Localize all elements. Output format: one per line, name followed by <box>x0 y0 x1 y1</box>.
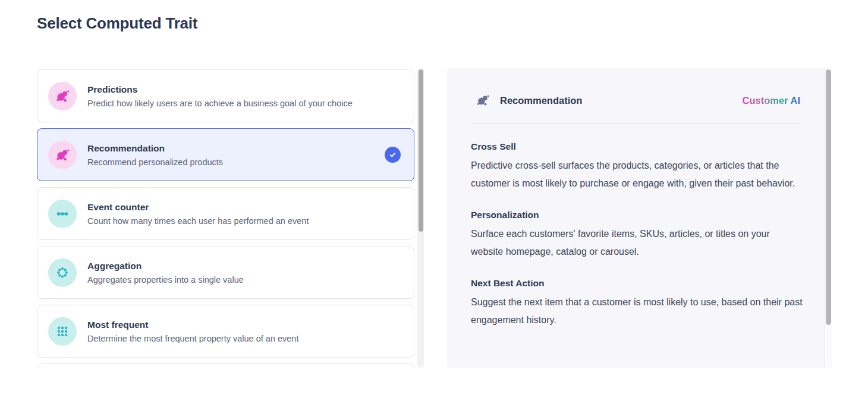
dot-ring-icon <box>48 258 77 287</box>
trait-card-description: Recommend personalized products <box>87 157 223 167</box>
selected-check-icon <box>385 147 401 163</box>
ml-cluster-icon <box>476 93 490 108</box>
panel-scrollbar-thumb[interactable] <box>826 69 831 325</box>
section-next-best-action: Next Best Action Suggest the next item t… <box>471 278 804 329</box>
page-title: Select Computed Trait <box>37 14 197 33</box>
trait-card-description: Aggregates properties into a single valu… <box>87 275 244 285</box>
trait-card-recommendation[interactable]: Recommendation Recommend personalized pr… <box>37 128 414 181</box>
trait-list: Predictions Predict how likely users are… <box>37 68 424 368</box>
section-body: Surface each customers' favorite items, … <box>471 225 804 261</box>
trait-card-title: Event counter <box>87 202 309 213</box>
section-personalization: Personalization Surface each customers' … <box>471 210 804 261</box>
trait-card-title: Recommendation <box>87 143 223 154</box>
section-cross-sell: Cross Sell Predictive cross-sell surface… <box>471 141 804 192</box>
detail-panel-title: Recommendation <box>500 95 582 106</box>
trait-card-predictions[interactable]: Predictions Predict how likely users are… <box>37 69 414 122</box>
detail-panel: Recommendation Customer AI Cross Sell Pr… <box>447 68 832 368</box>
section-heading: Cross Sell <box>471 141 804 152</box>
divider <box>471 124 800 124</box>
trait-card-description: Predict how likely users are to achieve … <box>87 99 353 108</box>
trait-card-description: Count how many times each user has perfo… <box>87 216 309 226</box>
section-heading: Next Best Action <box>471 278 804 289</box>
trait-card-aggregation[interactable]: Aggregation Aggregates properties into a… <box>37 246 414 299</box>
panel-scrollbar[interactable] <box>824 68 832 368</box>
dots-line-icon <box>48 200 77 228</box>
trait-card-title: Most frequent <box>87 320 298 330</box>
trait-card-partial[interactable] <box>37 364 414 368</box>
list-scrollbar[interactable] <box>417 68 424 368</box>
section-body: Suggest the next item that a customer is… <box>471 293 804 329</box>
customer-ai-badge: Customer AI <box>743 95 801 106</box>
section-heading: Personalization <box>471 210 804 220</box>
trait-cards: Predictions Predict how likely users are… <box>37 68 414 368</box>
section-body: Predictive cross-sell surfaces the produ… <box>471 157 804 192</box>
trait-card-most-frequent[interactable]: Most frequent Determine the most frequen… <box>37 305 414 358</box>
ml-cluster-icon <box>48 141 77 169</box>
trait-card-title: Aggregation <box>87 261 244 271</box>
trait-card-event-counter[interactable]: Event counter Count how many times each … <box>37 187 414 240</box>
trait-card-description: Determine the most frequent property val… <box>87 334 298 343</box>
ml-cluster-icon <box>48 82 77 110</box>
trait-card-title: Predictions <box>87 84 353 95</box>
dot-grid-icon <box>48 317 77 346</box>
detail-panel-header: Recommendation Customer AI <box>471 93 800 108</box>
list-scrollbar-thumb[interactable] <box>419 69 423 232</box>
